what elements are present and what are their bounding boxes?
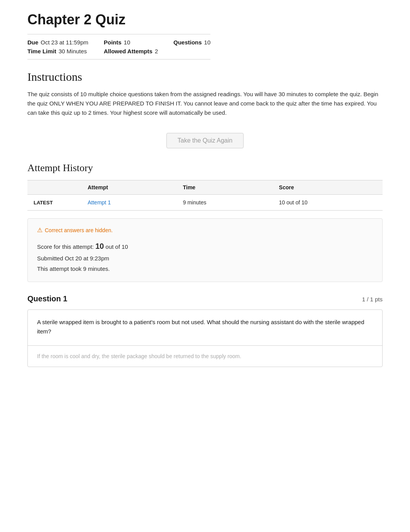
attempt-history-title: Attempt History xyxy=(27,162,383,174)
take-quiz-button[interactable]: Take the Quiz Again xyxy=(166,133,244,148)
attempt-time-cell: 9 minutes xyxy=(177,195,273,211)
score-details: Score for this attempt: 10 out of 10 Sub… xyxy=(37,239,373,274)
score-label: Score for this attempt: xyxy=(37,243,94,250)
score-line: Score for this attempt: 10 out of 10 xyxy=(37,239,373,253)
attempt-1-link[interactable]: Attempt 1 xyxy=(88,199,111,206)
instructions-text: The quiz consists of 10 multiple choice … xyxy=(27,90,383,117)
allowed-attempts-meta: Allowed Attempts 2 xyxy=(104,48,158,54)
instructions-section: Instructions The quiz consists of 10 mul… xyxy=(27,70,383,117)
page-container: Chapter 2 Quiz Due Oct 23 at 11:59pm Poi… xyxy=(20,0,390,379)
questions-label: Questions xyxy=(173,39,202,46)
attempt-link-cell: Attempt 1 xyxy=(81,195,177,211)
allowed-attempts-label: Allowed Attempts xyxy=(104,48,152,54)
table-row: LATEST Attempt 1 9 minutes 10 out of 10 xyxy=(27,195,383,211)
attempt-history-section: Attempt History Attempt Time Score LATES… xyxy=(27,162,383,282)
col-header-attempt: Attempt xyxy=(81,180,177,195)
question-1-box: A sterile wrapped item is brought to a p… xyxy=(27,309,383,367)
points-value: 10 xyxy=(124,39,130,46)
instructions-title: Instructions xyxy=(27,70,383,83)
correct-answers-hidden-notice: ⚠ Correct answers are hidden. xyxy=(37,226,373,234)
submitted-line: Submitted Oct 20 at 9:23pm xyxy=(37,253,373,263)
score-value: 10 xyxy=(95,242,104,250)
time-limit-value: 30 Minutes xyxy=(59,48,87,54)
question-1-answer-hint: If the room is cool and dry, the sterile… xyxy=(28,346,382,367)
latest-badge: LATEST xyxy=(34,200,53,206)
due-meta: Due Oct 23 at 11:59pm xyxy=(27,39,88,46)
question-1-title: Question 1 xyxy=(27,294,67,303)
question-1-text: A sterile wrapped item is brought to a p… xyxy=(28,310,382,346)
question-1-pts: 1 / 1 pts xyxy=(362,296,383,303)
latest-badge-cell: LATEST xyxy=(27,195,81,211)
take-quiz-btn-container: Take the Quiz Again xyxy=(27,133,383,148)
allowed-attempts-value: 2 xyxy=(155,48,158,54)
attempt-score-cell: 10 out of 10 xyxy=(273,195,383,211)
points-label: Points xyxy=(104,39,122,46)
due-label: Due xyxy=(27,39,38,46)
attempt-history-table: Attempt Time Score LATEST Attempt 1 9 mi… xyxy=(27,180,383,211)
points-meta: Points 10 xyxy=(104,39,158,46)
questions-meta: Questions 10 xyxy=(173,39,210,46)
col-header-empty xyxy=(27,180,81,195)
col-header-score: Score xyxy=(273,180,383,195)
score-out-of: out of 10 xyxy=(105,243,128,250)
question-1: Question 1 1 / 1 pts A sterile wrapped i… xyxy=(27,294,383,367)
time-limit-meta: Time Limit 30 Minutes xyxy=(27,48,88,54)
questions-section: Question 1 1 / 1 pts A sterile wrapped i… xyxy=(27,294,383,367)
warning-icon: ⚠ xyxy=(37,226,42,234)
quiz-title: Chapter 2 Quiz xyxy=(27,12,383,28)
col-header-time: Time xyxy=(177,180,273,195)
question-1-header: Question 1 1 / 1 pts xyxy=(27,294,383,303)
quiz-meta-bar: Due Oct 23 at 11:59pm Points 10 Question… xyxy=(27,34,210,59)
attempt-detail-box: ⚠ Correct answers are hidden. Score for … xyxy=(27,218,383,282)
time-limit-label: Time Limit xyxy=(27,48,56,54)
correct-answers-text: Correct answers are hidden. xyxy=(45,227,113,233)
due-value: Oct 23 at 11:59pm xyxy=(41,39,88,46)
table-header-row: Attempt Time Score xyxy=(27,180,383,195)
questions-value: 10 xyxy=(204,39,211,46)
duration-line: This attempt took 9 minutes. xyxy=(37,263,373,274)
